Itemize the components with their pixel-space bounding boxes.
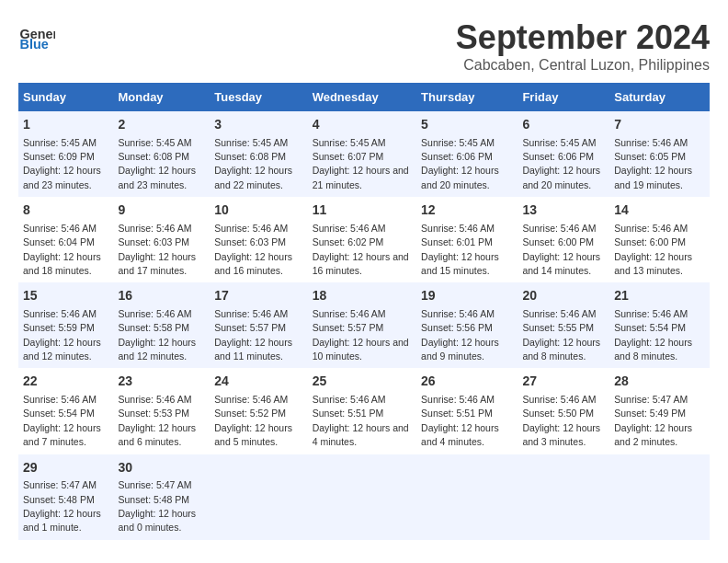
cell-info: Sunrise: 5:46 AMSunset: 5:50 PMDaylight:… <box>522 394 600 447</box>
calendar-day-cell <box>210 454 307 540</box>
calendar-day-cell <box>308 454 416 540</box>
day-number: 20 <box>522 287 605 305</box>
cell-info: Sunrise: 5:45 AMSunset: 6:08 PMDaylight:… <box>118 137 196 190</box>
calendar-day-cell: 16Sunrise: 5:46 AMSunset: 5:58 PMDayligh… <box>113 282 210 368</box>
cell-info: Sunrise: 5:46 AMSunset: 5:57 PMDaylight:… <box>313 308 409 362</box>
svg-text:Blue: Blue <box>20 37 49 52</box>
day-number: 2 <box>118 116 205 134</box>
cell-info: Sunrise: 5:47 AMSunset: 5:48 PMDaylight:… <box>23 479 101 533</box>
calendar-day-cell: 8Sunrise: 5:46 AMSunset: 6:04 PMDaylight… <box>18 197 113 282</box>
calendar-day-cell: 30Sunrise: 5:47 AMSunset: 5:48 PMDayligh… <box>113 454 210 540</box>
logo-icon: General Blue <box>18 18 55 55</box>
day-number: 4 <box>313 116 412 134</box>
day-number: 5 <box>421 116 513 134</box>
title-area: September 2024 Cabcaben, Central Luzon, … <box>456 18 710 74</box>
calendar-day-cell: 25Sunrise: 5:46 AMSunset: 5:51 PMDayligh… <box>308 368 416 454</box>
calendar-day-cell: 26Sunrise: 5:46 AMSunset: 5:51 PMDayligh… <box>416 368 518 454</box>
calendar-week-row: 8Sunrise: 5:46 AMSunset: 6:04 PMDaylight… <box>18 197 710 282</box>
day-number: 12 <box>421 201 513 220</box>
header: General Blue September 2024 Cabcaben, Ce… <box>18 18 710 74</box>
day-number: 30 <box>118 459 205 477</box>
day-number: 11 <box>313 201 412 220</box>
header-day: Saturday <box>609 83 710 111</box>
cell-info: Sunrise: 5:46 AMSunset: 5:51 PMDaylight:… <box>421 394 499 447</box>
calendar-day-cell: 20Sunrise: 5:46 AMSunset: 5:55 PMDayligh… <box>518 282 609 368</box>
day-number: 10 <box>214 201 302 220</box>
cell-info: Sunrise: 5:46 AMSunset: 6:02 PMDaylight:… <box>313 223 409 276</box>
header-day: Thursday <box>416 83 518 111</box>
cell-info: Sunrise: 5:46 AMSunset: 5:54 PMDaylight:… <box>23 394 101 447</box>
cell-info: Sunrise: 5:47 AMSunset: 5:48 PMDaylight:… <box>118 479 196 533</box>
cell-info: Sunrise: 5:46 AMSunset: 6:00 PMDaylight:… <box>614 223 692 276</box>
header-row: SundayMondayTuesdayWednesdayThursdayFrid… <box>18 83 710 111</box>
calendar-day-cell: 24Sunrise: 5:46 AMSunset: 5:52 PMDayligh… <box>210 368 307 454</box>
cell-info: Sunrise: 5:45 AMSunset: 6:08 PMDaylight:… <box>214 137 292 190</box>
day-number: 9 <box>118 201 205 220</box>
calendar-day-cell: 13Sunrise: 5:46 AMSunset: 6:00 PMDayligh… <box>518 197 609 282</box>
logo: General Blue <box>18 18 59 55</box>
cell-info: Sunrise: 5:45 AMSunset: 6:09 PMDaylight:… <box>23 137 101 190</box>
cell-info: Sunrise: 5:46 AMSunset: 5:55 PMDaylight:… <box>522 308 600 362</box>
header-day: Sunday <box>18 83 113 111</box>
calendar-table: SundayMondayTuesdayWednesdayThursdayFrid… <box>18 83 710 540</box>
calendar-day-cell: 6Sunrise: 5:45 AMSunset: 6:06 PMDaylight… <box>518 111 609 197</box>
cell-info: Sunrise: 5:46 AMSunset: 5:51 PMDaylight:… <box>313 394 409 447</box>
calendar-day-cell: 7Sunrise: 5:46 AMSunset: 6:05 PMDaylight… <box>609 111 710 197</box>
calendar-day-cell: 15Sunrise: 5:46 AMSunset: 5:59 PMDayligh… <box>18 282 113 368</box>
calendar-day-cell: 29Sunrise: 5:47 AMSunset: 5:48 PMDayligh… <box>18 454 113 540</box>
cell-info: Sunrise: 5:46 AMSunset: 6:04 PMDaylight:… <box>23 223 101 276</box>
day-number: 7 <box>614 116 705 134</box>
day-number: 18 <box>313 287 412 305</box>
location-title: Cabcaben, Central Luzon, Philippines <box>456 57 710 74</box>
cell-info: Sunrise: 5:46 AMSunset: 5:53 PMDaylight:… <box>118 394 196 447</box>
day-number: 15 <box>23 287 108 305</box>
day-number: 1 <box>23 116 108 134</box>
cell-info: Sunrise: 5:46 AMSunset: 5:54 PMDaylight:… <box>614 308 692 362</box>
day-number: 28 <box>614 373 705 391</box>
calendar-day-cell: 4Sunrise: 5:45 AMSunset: 6:07 PMDaylight… <box>308 111 416 197</box>
cell-info: Sunrise: 5:46 AMSunset: 5:59 PMDaylight:… <box>23 308 101 362</box>
day-number: 13 <box>522 201 605 220</box>
calendar-day-cell: 18Sunrise: 5:46 AMSunset: 5:57 PMDayligh… <box>308 282 416 368</box>
day-number: 3 <box>214 116 302 134</box>
day-number: 19 <box>421 287 513 305</box>
calendar-day-cell: 10Sunrise: 5:46 AMSunset: 6:03 PMDayligh… <box>210 197 307 282</box>
calendar-week-row: 1Sunrise: 5:45 AMSunset: 6:09 PMDaylight… <box>18 111 710 197</box>
day-number: 21 <box>614 287 705 305</box>
calendar-day-cell: 21Sunrise: 5:46 AMSunset: 5:54 PMDayligh… <box>609 282 710 368</box>
cell-info: Sunrise: 5:46 AMSunset: 6:05 PMDaylight:… <box>614 137 692 190</box>
day-number: 22 <box>23 373 108 391</box>
header-day: Friday <box>518 83 609 111</box>
day-number: 8 <box>23 201 108 220</box>
cell-info: Sunrise: 5:45 AMSunset: 6:06 PMDaylight:… <box>522 137 600 190</box>
header-day: Wednesday <box>308 83 416 111</box>
calendar-day-cell: 23Sunrise: 5:46 AMSunset: 5:53 PMDayligh… <box>113 368 210 454</box>
cell-info: Sunrise: 5:46 AMSunset: 6:01 PMDaylight:… <box>421 223 499 276</box>
day-number: 27 <box>522 373 605 391</box>
cell-info: Sunrise: 5:46 AMSunset: 5:52 PMDaylight:… <box>214 394 292 447</box>
cell-info: Sunrise: 5:45 AMSunset: 6:06 PMDaylight:… <box>421 137 499 190</box>
header-day: Tuesday <box>210 83 307 111</box>
cell-info: Sunrise: 5:46 AMSunset: 5:57 PMDaylight:… <box>214 308 292 362</box>
header-day: Monday <box>113 83 210 111</box>
calendar-day-cell: 19Sunrise: 5:46 AMSunset: 5:56 PMDayligh… <box>416 282 518 368</box>
calendar-day-cell: 5Sunrise: 5:45 AMSunset: 6:06 PMDaylight… <box>416 111 518 197</box>
calendar-week-row: 15Sunrise: 5:46 AMSunset: 5:59 PMDayligh… <box>18 282 710 368</box>
day-number: 26 <box>421 373 513 391</box>
day-number: 16 <box>118 287 205 305</box>
calendar-day-cell: 17Sunrise: 5:46 AMSunset: 5:57 PMDayligh… <box>210 282 307 368</box>
calendar-day-cell: 22Sunrise: 5:46 AMSunset: 5:54 PMDayligh… <box>18 368 113 454</box>
calendar-day-cell: 3Sunrise: 5:45 AMSunset: 6:08 PMDaylight… <box>210 111 307 197</box>
cell-info: Sunrise: 5:47 AMSunset: 5:49 PMDaylight:… <box>614 394 692 447</box>
calendar-day-cell <box>518 454 609 540</box>
calendar-day-cell: 2Sunrise: 5:45 AMSunset: 6:08 PMDaylight… <box>113 111 210 197</box>
calendar-day-cell: 1Sunrise: 5:45 AMSunset: 6:09 PMDaylight… <box>18 111 113 197</box>
calendar-day-cell: 14Sunrise: 5:46 AMSunset: 6:00 PMDayligh… <box>609 197 710 282</box>
calendar-week-row: 22Sunrise: 5:46 AMSunset: 5:54 PMDayligh… <box>18 368 710 454</box>
cell-info: Sunrise: 5:46 AMSunset: 5:56 PMDaylight:… <box>421 308 499 362</box>
day-number: 23 <box>118 373 205 391</box>
day-number: 6 <box>522 116 605 134</box>
day-number: 17 <box>214 287 302 305</box>
calendar-day-cell: 11Sunrise: 5:46 AMSunset: 6:02 PMDayligh… <box>308 197 416 282</box>
calendar-week-row: 29Sunrise: 5:47 AMSunset: 5:48 PMDayligh… <box>18 454 710 540</box>
